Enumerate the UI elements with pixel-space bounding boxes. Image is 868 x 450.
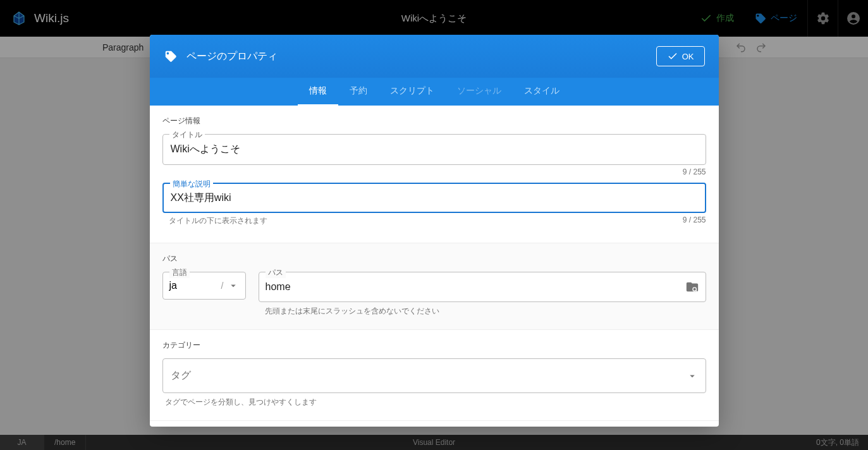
path-field-label: パス xyxy=(266,267,286,278)
desc-field[interactable]: 簡単な説明 xyxy=(162,183,706,214)
tag-placeholder: タグ xyxy=(171,369,191,382)
title-field[interactable]: タイトル xyxy=(162,134,706,165)
lang-field-container: 言語 ja / xyxy=(162,272,246,300)
lang-separator: / xyxy=(221,281,224,291)
path-field-container: パス 先頭または末尾にスラッシュを含めないでください xyxy=(259,272,706,317)
dialog-body: ページ情報 タイトル 9 / 255 簡単な説明 タイト xyxy=(150,106,719,421)
path-field[interactable]: パス xyxy=(259,272,706,302)
desc-counter: 9 / 255 xyxy=(683,216,706,226)
chevron-down-icon xyxy=(687,370,698,382)
tag-icon xyxy=(164,49,178,63)
tab-schedule[interactable]: 予約 xyxy=(338,78,379,106)
tab-info[interactable]: 情報 xyxy=(298,78,338,106)
desc-field-container: 簡単な説明 タイトルの下に表示されます 9 / 255 xyxy=(162,183,706,227)
desc-hint: タイトルの下に表示されます xyxy=(169,216,267,226)
path-hint: 先頭または末尾にスラッシュを含めないでください xyxy=(265,306,706,317)
tag-hint: タグでページを分類し、見つけやすくします xyxy=(165,397,706,408)
section-label-page-info: ページ情報 xyxy=(162,116,706,126)
ok-label: OK xyxy=(682,52,694,61)
title-input[interactable] xyxy=(171,144,698,155)
section-category: カテゴリー タグ タグでページを分類し、見つけやすくします xyxy=(150,330,719,421)
dialog-title: ページのプロパティ xyxy=(186,50,656,63)
check-icon xyxy=(667,51,678,62)
modal-overlay[interactable]: ページのプロパティ OK 情報 予約 スクリプト ソーシャル スタイル ページ情… xyxy=(0,0,868,450)
path-row: 言語 ja / パス xyxy=(162,272,706,317)
tab-style[interactable]: スタイル xyxy=(513,78,571,106)
chevron-down-icon xyxy=(228,280,239,291)
dialog-title-bar: ページのプロパティ OK xyxy=(150,35,719,78)
title-field-container: タイトル 9 / 255 xyxy=(162,134,706,176)
section-page-info: ページ情報 タイトル 9 / 255 簡単な説明 タイト xyxy=(150,106,719,243)
section-label-category: カテゴリー xyxy=(162,340,706,351)
tab-script[interactable]: スクリプト xyxy=(379,78,446,106)
title-counter: 9 / 255 xyxy=(162,167,706,176)
section-path: パス 言語 ja / パス xyxy=(150,243,719,330)
title-field-label: タイトル xyxy=(169,130,205,140)
dialog-header: ページのプロパティ OK 情報 予約 スクリプト ソーシャル スタイル xyxy=(150,35,719,106)
dialog-tabs: 情報 予約 スクリプト ソーシャル スタイル xyxy=(150,78,719,106)
desc-input[interactable] xyxy=(171,192,698,204)
ok-button[interactable]: OK xyxy=(656,46,705,66)
lang-field-label: 言語 xyxy=(169,267,190,278)
desc-field-label: 簡単な説明 xyxy=(170,179,213,190)
tag-select[interactable]: タグ xyxy=(162,358,706,393)
lang-select[interactable]: 言語 ja / xyxy=(162,272,246,300)
page-properties-dialog: ページのプロパティ OK 情報 予約 スクリプト ソーシャル スタイル ページ情… xyxy=(150,35,719,427)
path-input[interactable] xyxy=(266,281,685,293)
tab-social: ソーシャル xyxy=(446,78,513,106)
folder-search-icon[interactable] xyxy=(685,280,699,294)
section-label-path: パス xyxy=(162,253,706,264)
lang-value: ja xyxy=(169,280,177,291)
